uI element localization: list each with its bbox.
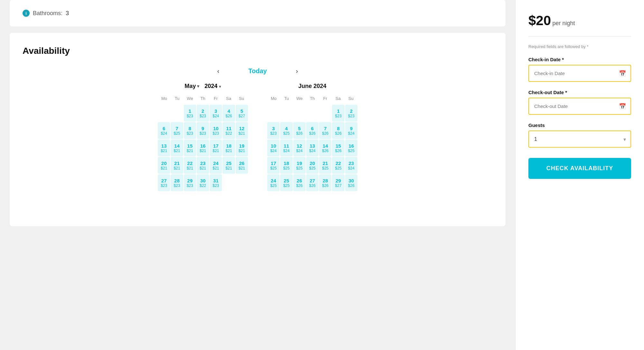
calendar-cell[interactable]: 23$24 (345, 157, 357, 174)
calendar-cell[interactable]: 14$21 (171, 140, 183, 156)
calendar-cell[interactable]: 20$25 (306, 157, 318, 174)
calendar-cell[interactable]: 20$21 (158, 157, 170, 174)
june-day-header-fr: Fr (319, 95, 332, 102)
calendar-cell[interactable]: 31$23 (210, 174, 222, 191)
checkin-label: Check-in Date * (528, 57, 631, 62)
calendar-cell[interactable]: 21$25 (319, 157, 331, 174)
calendar-cell[interactable]: 4$26 (223, 105, 235, 122)
calendar-cell[interactable]: 14$26 (319, 140, 331, 156)
calendar-cell[interactable]: 2$23 (345, 105, 357, 122)
checkin-required-asterisk: * (562, 57, 564, 62)
cell-date: 11 (226, 126, 232, 131)
cell-price: $21 (187, 166, 193, 170)
calendar-cell[interactable]: 17$21 (210, 140, 222, 156)
checkout-input-wrapper[interactable]: 📅 (528, 98, 631, 115)
calendar-cell[interactable]: 18$25 (280, 157, 292, 174)
calendar-cell[interactable]: 26$26 (293, 174, 306, 191)
cell-price: $25 (283, 166, 289, 170)
calendar-cell[interactable]: 5$27 (236, 105, 248, 122)
checkin-input-wrapper[interactable]: 📅 (528, 65, 631, 82)
calendar-cell[interactable]: 12$24 (293, 140, 306, 156)
calendar-cell[interactable]: 28$23 (171, 174, 183, 191)
prev-month-button[interactable]: ‹ (214, 66, 223, 76)
today-button[interactable]: Today (248, 67, 267, 75)
bathrooms-row: i Bathrooms: 3 (23, 10, 493, 17)
may-days-header: Mo Tu We Th Fr Sa Su (158, 95, 248, 102)
cell-price: $25 (296, 166, 303, 170)
cell-date: 7 (175, 126, 178, 131)
calendar-cell[interactable]: 30$26 (345, 174, 357, 191)
calendar-cell[interactable]: 1$23 (332, 105, 344, 122)
calendar-cell[interactable]: 13$21 (158, 140, 170, 156)
calendar-cell[interactable]: 28$26 (319, 174, 331, 191)
calendar-cell[interactable]: 8$23 (184, 122, 196, 139)
cell-price: $23 (200, 114, 206, 118)
calendar-cell[interactable]: 4$25 (280, 122, 292, 139)
cell-date: 7 (324, 126, 327, 131)
check-availability-button[interactable]: Check Availability (528, 158, 631, 179)
left-panel: i Bathrooms: 3 Availability ‹ Today › Ma… (0, 0, 515, 350)
cell-date: 25 (226, 160, 232, 166)
calendar-cell[interactable]: 30$22 (197, 174, 209, 191)
calendar-cell[interactable]: 16$21 (197, 140, 209, 156)
calendar-cell[interactable]: 26$21 (236, 157, 248, 174)
calendar-cell[interactable]: 7$26 (319, 122, 331, 139)
guests-select[interactable]: 12345678 (529, 131, 630, 147)
cell-date: 29 (336, 178, 341, 183)
calendar-cell[interactable]: 29$27 (332, 174, 344, 191)
guests-group: Guests 12345678 ▾ (528, 122, 631, 148)
calendar-cell[interactable]: 22$21 (184, 157, 196, 174)
calendar-cell[interactable]: 16$25 (345, 140, 357, 156)
checkout-input[interactable] (529, 98, 630, 114)
cell-price: $21 (161, 166, 167, 170)
calendar-cell[interactable]: 24$21 (210, 157, 222, 174)
calendar-cell[interactable]: 10$24 (267, 140, 279, 156)
calendar-cell[interactable]: 6$24 (158, 122, 170, 139)
required-note: Required fields are followed by * (528, 44, 631, 49)
next-month-button[interactable]: › (293, 66, 301, 76)
calendar-cell[interactable]: 3$23 (267, 122, 279, 139)
calendar-cell[interactable]: 6$26 (306, 122, 318, 139)
calendar-cell[interactable]: 18$21 (223, 140, 235, 156)
calendar-cell[interactable]: 1$23 (184, 105, 196, 122)
calendar-cell[interactable]: 9$24 (345, 122, 357, 139)
june-day-header-we: We (293, 95, 306, 102)
calendar-cell[interactable]: 29$23 (184, 174, 196, 191)
calendar-cell[interactable]: 13$24 (306, 140, 318, 156)
may-month-select[interactable]: May ▾ (185, 83, 199, 90)
calendar-cell[interactable]: 25$21 (223, 157, 235, 174)
calendar-cell[interactable]: 27$26 (306, 174, 318, 191)
calendar-cell[interactable]: 19$21 (236, 140, 248, 156)
calendar-cell[interactable]: 7$25 (171, 122, 183, 139)
calendar-cell[interactable]: 9$23 (197, 122, 209, 139)
day-header-th: Th (196, 95, 209, 102)
calendar-cell[interactable]: 11$24 (280, 140, 292, 156)
calendar-cell[interactable]: 15$21 (184, 140, 196, 156)
calendar-cell[interactable]: 23$21 (197, 157, 209, 174)
calendar-cell[interactable]: 2$23 (197, 105, 209, 122)
calendar-cell[interactable]: 24$25 (267, 174, 279, 191)
calendar-cell[interactable]: 3$24 (210, 105, 222, 122)
may-year-select[interactable]: 2024 ▾ (204, 83, 221, 90)
calendar-cell[interactable]: 25$25 (280, 174, 292, 191)
cell-date: 11 (284, 143, 289, 149)
checkout-group: Check-out Date * 📅 (528, 90, 631, 115)
cell-date: 24 (271, 178, 276, 183)
calendar-cell[interactable]: 10$23 (210, 122, 222, 139)
cell-date: 9 (350, 126, 353, 131)
cell-date: 21 (323, 160, 328, 166)
calendar-cell[interactable]: 5$26 (293, 122, 306, 139)
cell-date: 2 (202, 108, 204, 114)
calendar-cell[interactable]: 22$25 (332, 157, 344, 174)
checkin-input[interactable] (529, 65, 630, 81)
price-per-night: per night (553, 20, 575, 26)
cell-price: $25 (283, 183, 289, 188)
calendar-cell[interactable]: 17$25 (267, 157, 279, 174)
calendar-cell[interactable]: 21$21 (171, 157, 183, 174)
calendar-cell[interactable]: 27$23 (158, 174, 170, 191)
calendar-cell[interactable]: 15$26 (332, 140, 344, 156)
calendar-cell[interactable]: 12$21 (236, 122, 248, 139)
calendar-cell[interactable]: 8$26 (332, 122, 344, 139)
calendar-cell[interactable]: 19$25 (293, 157, 306, 174)
calendar-cell[interactable]: 11$22 (223, 122, 235, 139)
